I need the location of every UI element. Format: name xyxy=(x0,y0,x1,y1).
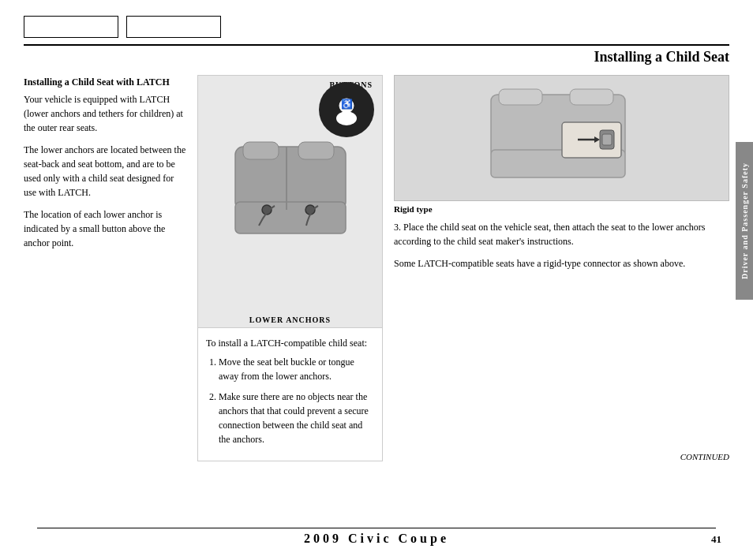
middle-column: BUTTONS xyxy=(197,75,383,461)
svg-text:♿: ♿ xyxy=(341,98,353,110)
rigid-image-area xyxy=(394,75,729,201)
left-para-2: The lower anchors are located between th… xyxy=(24,143,188,200)
footer: 2009 Civic Coupe xyxy=(0,528,753,546)
nav-btn-2[interactable] xyxy=(126,16,221,38)
svg-rect-18 xyxy=(602,134,612,145)
seat-image-area: BUTTONS xyxy=(198,76,382,312)
step-3: 3. Place the child seat on the vehicle s… xyxy=(394,220,729,248)
continued-label: CONTINUED xyxy=(394,444,729,461)
nav-btn-1[interactable] xyxy=(24,16,118,38)
svg-rect-12 xyxy=(499,89,542,105)
anchors-label: LOWER ANCHORS xyxy=(198,312,382,327)
rigid-illustration xyxy=(483,83,641,193)
step-1: Move the seat belt buckle or tongue away… xyxy=(219,355,374,383)
left-para-1: Your vehicle is equipped with LATCH (low… xyxy=(24,92,188,135)
seat-illustration xyxy=(219,139,362,249)
right-column: Rigid type 3. Place the child seat on th… xyxy=(383,75,729,461)
page-header: Installing a Child Seat xyxy=(24,44,729,65)
svg-rect-3 xyxy=(243,142,279,159)
left-para-3: The location of each lower anchor is ind… xyxy=(24,207,188,250)
main-content: Installing a Child Seat with LATCH Your … xyxy=(24,75,729,461)
section-title: Installing a Child Seat with LATCH xyxy=(24,75,188,89)
svg-point-8 xyxy=(336,111,357,125)
right-note: Some LATCH-compatible seats have a rigid… xyxy=(394,256,729,271)
mid-intro: To install a LATCH-compatible child seat… xyxy=(206,336,374,350)
page: Installing a Child Seat Installing a Chi… xyxy=(0,0,753,560)
svg-rect-1 xyxy=(235,202,346,233)
svg-rect-4 xyxy=(298,142,334,159)
svg-rect-13 xyxy=(570,89,613,105)
mid-text-area: To install a LATCH-compatible child seat… xyxy=(198,327,382,461)
top-nav xyxy=(24,16,729,38)
rigid-type-label: Rigid type xyxy=(394,204,729,214)
page-title: Installing a Child Seat xyxy=(594,49,729,65)
footer-divider xyxy=(37,528,716,528)
side-tab-text: Driver and Passenger Safety xyxy=(740,162,749,279)
side-tab: Driver and Passenger Safety xyxy=(736,142,753,300)
latch-icon: ♿ xyxy=(319,82,374,137)
step-2: Make sure there are no objects near the … xyxy=(219,390,374,446)
footer-title: 2009 Civic Coupe xyxy=(304,532,449,546)
left-column: Installing a Child Seat with LATCH Your … xyxy=(24,75,197,461)
steps-list: Move the seat belt buckle or tongue away… xyxy=(206,355,374,446)
right-text: 3. Place the child seat on the vehicle s… xyxy=(394,220,729,278)
